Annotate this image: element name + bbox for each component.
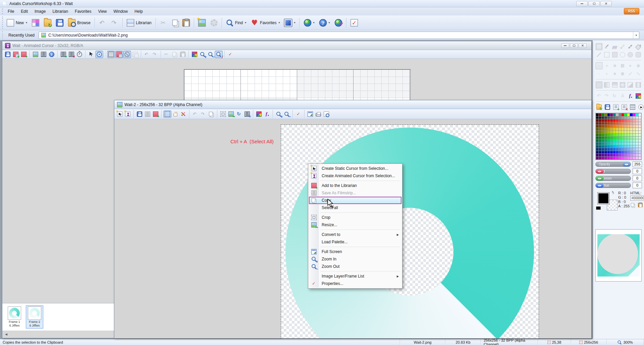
recently-used-combobox[interactable]: C:\Users\mouse\Downloads\Wait\Wait-2.png… bbox=[39, 32, 639, 39]
palette-color[interactable] bbox=[619, 151, 621, 154]
palette-color[interactable] bbox=[639, 128, 641, 131]
menu-item-load-palette[interactable]: Load Palette... bbox=[309, 238, 401, 246]
menu-window[interactable]: Window bbox=[110, 8, 131, 15]
palette-color[interactable] bbox=[596, 116, 598, 119]
dropdown-arrow-icon[interactable]: ▾ bbox=[313, 21, 315, 24]
palette-color[interactable] bbox=[599, 122, 601, 125]
palette-color[interactable] bbox=[599, 154, 601, 156]
open-palette-button[interactable] bbox=[595, 103, 603, 111]
palette-color[interactable] bbox=[630, 113, 632, 116]
librarian-button[interactable]: Librarian bbox=[124, 17, 154, 29]
palette-color[interactable] bbox=[599, 139, 601, 142]
palette-color[interactable] bbox=[627, 154, 630, 156]
palette-color[interactable] bbox=[610, 128, 612, 131]
palette-color[interactable] bbox=[596, 148, 598, 151]
palette-color[interactable] bbox=[610, 142, 612, 145]
palette-color[interactable] bbox=[619, 128, 621, 131]
palette-color[interactable] bbox=[607, 154, 610, 156]
palette-color[interactable] bbox=[630, 116, 632, 119]
palette-color[interactable] bbox=[607, 145, 610, 148]
palette-color[interactable] bbox=[639, 142, 641, 145]
palette-color[interactable] bbox=[639, 122, 641, 125]
palette-color[interactable] bbox=[607, 131, 610, 134]
colors-button[interactable] bbox=[191, 51, 199, 58]
blue-slider[interactable]: Blue ◀▶ bbox=[595, 183, 631, 188]
menu-item-crop[interactable]: Crop bbox=[309, 214, 401, 221]
rss-news-button[interactable]: RSS bbox=[624, 8, 639, 14]
palette-color[interactable] bbox=[636, 157, 638, 159]
menu-item-image-layer-frame-list[interactable]: Image Layer/Frame List▶ bbox=[309, 273, 401, 280]
menu-item-select-all[interactable]: Select all bbox=[309, 204, 401, 211]
draw-exclude-button[interactable] bbox=[179, 110, 187, 118]
palette-color[interactable] bbox=[604, 134, 607, 136]
palette-color[interactable] bbox=[622, 145, 624, 148]
save-button[interactable] bbox=[136, 110, 144, 118]
palette-color[interactable] bbox=[607, 113, 610, 116]
palette-color[interactable] bbox=[622, 151, 624, 154]
palette-color[interactable] bbox=[639, 139, 641, 142]
transparency-button[interactable] bbox=[115, 51, 123, 58]
zoom-out-button[interactable]: − bbox=[207, 51, 215, 58]
palette-color[interactable] bbox=[602, 134, 604, 136]
palette-color[interactable] bbox=[622, 113, 624, 116]
blue-slider-thumb[interactable]: ◀▶ bbox=[596, 183, 604, 188]
frame-add-button[interactable]: + bbox=[20, 51, 28, 58]
palette-color[interactable] bbox=[636, 139, 638, 142]
palette-color[interactable] bbox=[636, 151, 638, 154]
palette-color[interactable] bbox=[610, 122, 612, 125]
palette-color[interactable] bbox=[624, 113, 627, 116]
green-slider[interactable]: Green ◀▶ bbox=[595, 176, 631, 181]
palette-color[interactable] bbox=[624, 119, 627, 122]
palette-color[interactable] bbox=[624, 139, 627, 142]
palette-color[interactable] bbox=[636, 148, 638, 151]
palette-color[interactable] bbox=[599, 157, 601, 159]
copy-color-icon[interactable] bbox=[631, 203, 634, 206]
palette-color[interactable] bbox=[610, 139, 612, 142]
palette-color[interactable] bbox=[599, 113, 601, 116]
palette-color[interactable] bbox=[607, 119, 610, 122]
palette-color[interactable] bbox=[639, 145, 641, 148]
palette-color[interactable] bbox=[602, 151, 604, 154]
palette-color[interactable] bbox=[627, 142, 630, 145]
palette-color[interactable] bbox=[604, 113, 607, 116]
import-button[interactable] bbox=[42, 17, 54, 29]
palette-color[interactable] bbox=[619, 131, 621, 134]
palette-color[interactable] bbox=[599, 128, 601, 131]
palette-color[interactable] bbox=[596, 154, 598, 156]
palette-color[interactable] bbox=[633, 119, 635, 122]
palette-color[interactable] bbox=[622, 137, 624, 139]
frame-scroll-left-arrow[interactable]: ◀ bbox=[5, 333, 7, 336]
palette-color[interactable] bbox=[619, 134, 621, 136]
palette-color[interactable] bbox=[639, 154, 641, 156]
palette-color[interactable] bbox=[610, 131, 612, 134]
palette-color[interactable] bbox=[636, 131, 638, 134]
palette-color[interactable] bbox=[630, 145, 632, 148]
red-slider[interactable]: Red ◀▶ bbox=[595, 169, 631, 174]
palette-color[interactable] bbox=[599, 137, 601, 139]
primary-color-swatch[interactable] bbox=[597, 192, 609, 204]
palette-color[interactable] bbox=[633, 139, 635, 142]
minimize-button[interactable] bbox=[576, 1, 588, 6]
palette-color[interactable] bbox=[613, 151, 615, 154]
palette-color[interactable] bbox=[602, 125, 604, 128]
menu-item-zoom-in[interactable]: +Zoom In bbox=[309, 255, 401, 263]
palette-color[interactable] bbox=[619, 139, 621, 142]
palette-color[interactable] bbox=[639, 131, 641, 134]
palette-color[interactable] bbox=[633, 122, 635, 125]
menu-item-create-animated-cursor-from-selection[interactable]: ★Create Animated Cursor from Selection..… bbox=[309, 172, 401, 180]
palette-color[interactable] bbox=[607, 116, 610, 119]
maximize-button[interactable] bbox=[588, 1, 600, 6]
palette-color[interactable] bbox=[602, 119, 604, 122]
palette-color[interactable] bbox=[633, 157, 635, 159]
palette-color[interactable] bbox=[624, 151, 627, 154]
palette-color[interactable] bbox=[599, 119, 601, 122]
palette-color[interactable] bbox=[633, 134, 635, 136]
menu-item-properties[interactable]: Properties... bbox=[309, 280, 401, 287]
menu-item-resize[interactable]: ↔Resize... bbox=[309, 221, 401, 229]
wait2-window-titlebar[interactable]: Wait-2 - 256x256 - 32 BPP (Alpha Channel… bbox=[114, 100, 591, 109]
palette-color[interactable] bbox=[627, 157, 630, 159]
palette-color[interactable] bbox=[604, 154, 607, 156]
palette-color[interactable] bbox=[630, 125, 632, 128]
palette-color[interactable] bbox=[613, 125, 615, 128]
palette-color[interactable] bbox=[624, 131, 627, 134]
